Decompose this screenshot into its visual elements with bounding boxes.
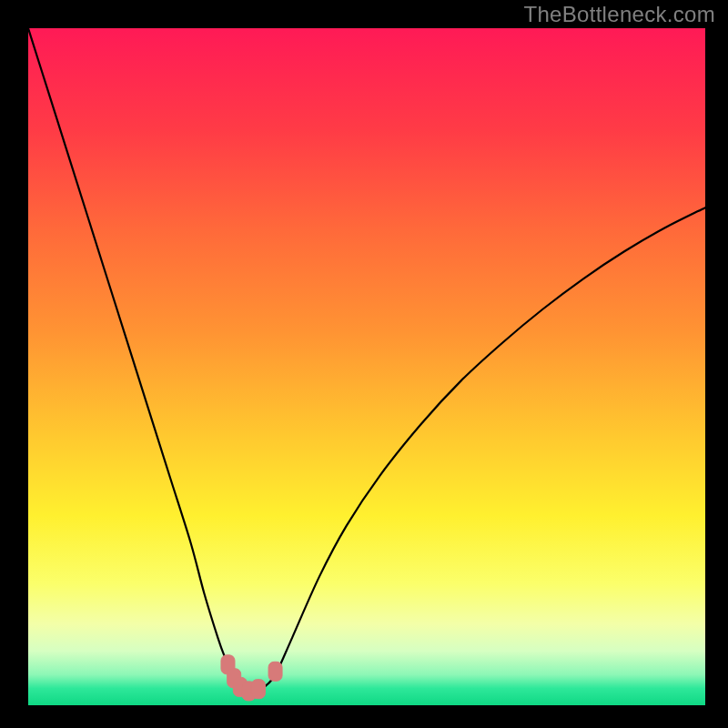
watermark-text: TheBottleneck.com bbox=[523, 2, 715, 27]
plot-area bbox=[28, 28, 705, 705]
curve-marker bbox=[251, 680, 265, 699]
plot-svg bbox=[28, 28, 705, 705]
chart-stage: TheBottleneck.com bbox=[0, 0, 728, 728]
curve-marker bbox=[268, 662, 282, 681]
plot-background bbox=[28, 28, 705, 705]
